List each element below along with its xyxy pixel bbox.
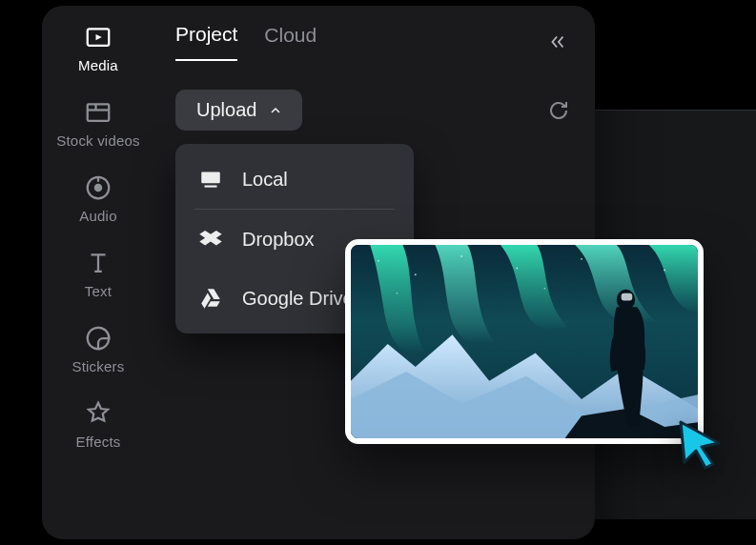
monitor-icon — [198, 167, 223, 192]
panel-tabs: Project Cloud — [175, 23, 572, 61]
svg-point-5 — [95, 185, 101, 191]
nav-stock-videos[interactable]: Stock videos — [42, 98, 154, 149]
svg-point-15 — [581, 258, 582, 260]
dropdown-item-local[interactable]: Local — [175, 150, 414, 209]
text-icon — [84, 249, 112, 277]
svg-rect-1 — [88, 104, 110, 121]
cursor-icon — [673, 416, 726, 470]
svg-point-16 — [664, 270, 665, 272]
nav-text[interactable]: Text — [42, 249, 154, 299]
tab-cloud[interactable]: Cloud — [264, 24, 317, 60]
nav-label: Media — [78, 57, 118, 73]
nav-label: Effects — [76, 434, 121, 450]
google-drive-icon — [198, 286, 223, 311]
nav-stickers[interactable]: Stickers — [42, 324, 154, 374]
dropdown-label: Local — [242, 169, 288, 191]
upload-label: Upload — [196, 99, 256, 121]
nav-effects[interactable]: Effects — [42, 399, 154, 450]
nav-audio[interactable]: Audio — [42, 173, 154, 224]
tab-project[interactable]: Project — [175, 23, 237, 61]
upload-row: Upload — [175, 90, 572, 131]
stock-videos-icon — [84, 98, 112, 127]
refresh-button[interactable] — [545, 97, 572, 124]
svg-rect-9 — [205, 186, 217, 188]
svg-rect-20 — [622, 293, 633, 301]
left-nav: Media Stock videos Audio Text Stickers — [42, 6, 154, 539]
audio-icon — [84, 173, 112, 202]
nav-label: Stock videos — [56, 132, 139, 149]
nav-label: Text — [85, 283, 112, 299]
svg-point-11 — [378, 260, 379, 262]
svg-point-13 — [460, 255, 462, 257]
media-thumbnail[interactable] — [345, 239, 704, 444]
dropbox-icon — [198, 227, 223, 252]
svg-point-18 — [544, 288, 546, 290]
nav-media[interactable]: Media — [42, 23, 154, 73]
nav-label: Stickers — [72, 358, 125, 374]
effects-icon — [84, 399, 112, 428]
chevron-up-icon — [268, 103, 283, 118]
nav-label: Audio — [79, 208, 116, 224]
svg-point-14 — [516, 268, 518, 270]
svg-rect-8 — [201, 172, 220, 183]
collapse-panel-button[interactable] — [543, 30, 572, 54]
svg-point-12 — [415, 273, 417, 275]
dropdown-label: Google Drive — [242, 288, 354, 310]
upload-button[interactable]: Upload — [175, 90, 302, 131]
stickers-icon — [84, 324, 112, 353]
dropdown-label: Dropbox — [242, 229, 315, 251]
svg-point-17 — [397, 293, 398, 294]
media-icon — [84, 23, 112, 51]
